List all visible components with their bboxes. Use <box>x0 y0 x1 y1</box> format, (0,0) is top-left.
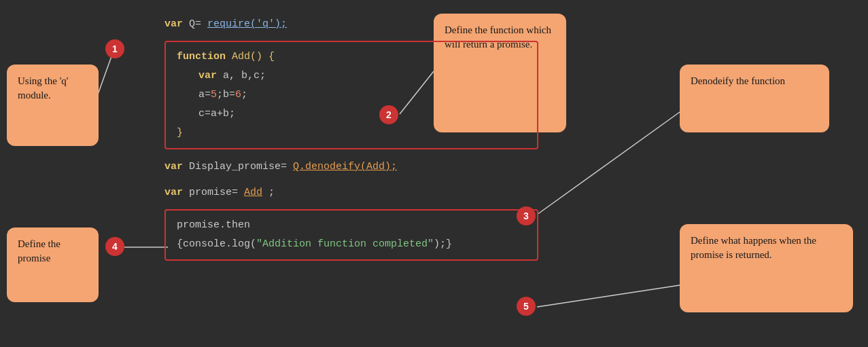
code-line-require: var Q= require('q'); <box>164 15 538 34</box>
kw-var-4: var <box>164 187 189 198</box>
kw-var-1: var <box>164 18 183 30</box>
promise-body-line: {console.log("Addition function complete… <box>177 235 526 254</box>
promise-then-text: promise.then <box>177 219 250 231</box>
annotation-5-text: Define what happens when the promise is … <box>691 235 816 260</box>
require-call: require('q'); <box>207 18 287 30</box>
func-close: } <box>177 124 526 143</box>
close-brace: } <box>177 127 183 139</box>
circle-1: 1 <box>105 39 124 58</box>
circle-5: 5 <box>517 297 536 316</box>
assign-ab: a= <box>198 89 211 101</box>
annotation-box-5: Define what happens when the promise is … <box>680 224 853 312</box>
kw-function: function <box>177 51 232 62</box>
promise-var: promise= <box>189 187 238 198</box>
display-promise-var: Display_promise= <box>189 161 293 172</box>
func-name: Add() { <box>232 51 275 62</box>
annotation-3-text: Denodeify the function <box>691 75 785 86</box>
code-panel: var Q= require('q'); function Add() { va… <box>158 7 538 263</box>
code-line-promise: var promise= Add ; <box>164 183 538 202</box>
annotation-box-4: Define the promise <box>7 227 99 302</box>
vars-abc: a, b,c; <box>223 70 266 81</box>
annotation-box-3: Denodeify the function <box>680 65 829 132</box>
promise-then-block: promise.then {console.log("Addition func… <box>164 209 538 261</box>
svg-line-4 <box>537 285 680 307</box>
assign-c: c=a+b; <box>198 108 235 120</box>
annotation-4-text: Define the promise <box>18 238 60 263</box>
circle-4: 4 <box>105 237 124 256</box>
promise-then-line: promise.then <box>177 216 526 235</box>
annotation-1-text: Using the 'q' module. <box>18 75 69 101</box>
func-assign1: a=5;b=6; <box>177 86 526 105</box>
denodeify-call: Q.denodeify(Add); <box>293 161 397 172</box>
function-block: function Add() { var a, b,c; a=5;b=6; c=… <box>164 41 538 149</box>
func-decl: function Add() { <box>177 48 526 67</box>
annotation-box-1: Using the 'q' module. <box>7 65 99 146</box>
promise-assign: Add <box>244 187 262 198</box>
func-assign2: c=a+b; <box>177 105 526 124</box>
kw-var-3: var <box>164 161 189 172</box>
func-var-line: var a, b,c; <box>177 67 526 86</box>
main-container: Using the 'q' module. Define the functio… <box>0 0 868 347</box>
code-line-denodeify: var Display_promise= Q.denodeify(Add); <box>164 158 538 177</box>
kw-var-2: var <box>198 70 223 81</box>
var-q: Q= <box>189 18 207 30</box>
